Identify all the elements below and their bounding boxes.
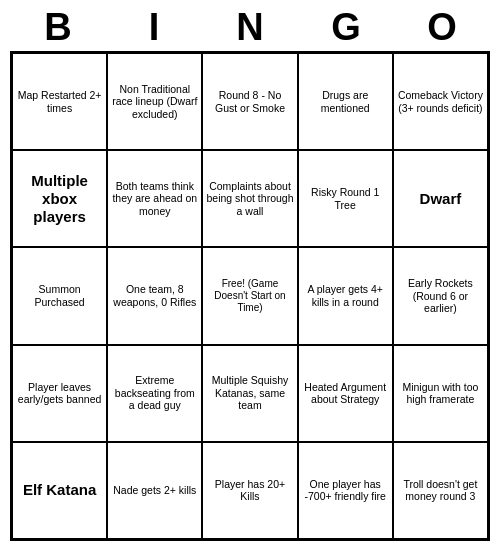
bingo-cell-5[interactable]: Multiple xbox players <box>12 150 107 247</box>
bingo-cell-12[interactable]: Free! (Game Doesn't Start on Time) <box>202 247 297 344</box>
bingo-cell-24[interactable]: Troll doesn't get money round 3 <box>393 442 488 539</box>
bingo-cell-23[interactable]: One player has -700+ friendly fire <box>298 442 393 539</box>
bingo-cell-18[interactable]: Heated Argument about Strategy <box>298 345 393 442</box>
bingo-cell-19[interactable]: Minigun with too high framerate <box>393 345 488 442</box>
bingo-cell-20[interactable]: Elf Katana <box>12 442 107 539</box>
bingo-cell-17[interactable]: Multiple Squishy Katanas, same team <box>202 345 297 442</box>
bingo-grid: Map Restarted 2+ timesNon Traditional ra… <box>10 51 490 541</box>
header-i: I <box>110 6 198 49</box>
header-n: N <box>206 6 294 49</box>
bingo-cell-13[interactable]: A player gets 4+ kills in a round <box>298 247 393 344</box>
bingo-cell-10[interactable]: Summon Purchased <box>12 247 107 344</box>
bingo-header: B I N G O <box>10 0 490 51</box>
bingo-cell-8[interactable]: Risky Round 1 Tree <box>298 150 393 247</box>
bingo-cell-16[interactable]: Extreme backseating from a dead guy <box>107 345 202 442</box>
bingo-cell-11[interactable]: One team, 8 weapons, 0 Rifles <box>107 247 202 344</box>
bingo-cell-22[interactable]: Player has 20+ Kills <box>202 442 297 539</box>
header-b: B <box>14 6 102 49</box>
bingo-cell-2[interactable]: Round 8 - No Gust or Smoke <box>202 53 297 150</box>
bingo-cell-3[interactable]: Drugs are mentioned <box>298 53 393 150</box>
bingo-cell-9[interactable]: Dwarf <box>393 150 488 247</box>
bingo-cell-0[interactable]: Map Restarted 2+ times <box>12 53 107 150</box>
bingo-cell-7[interactable]: Complaints about being shot through a wa… <box>202 150 297 247</box>
bingo-cell-6[interactable]: Both teams think they are ahead on money <box>107 150 202 247</box>
bingo-cell-14[interactable]: Early Rockets (Round 6 or earlier) <box>393 247 488 344</box>
bingo-cell-15[interactable]: Player leaves early/gets banned <box>12 345 107 442</box>
header-g: G <box>302 6 390 49</box>
bingo-cell-1[interactable]: Non Traditional race lineup (Dwarf exclu… <box>107 53 202 150</box>
header-o: O <box>398 6 486 49</box>
bingo-cell-4[interactable]: Comeback Victory (3+ rounds deficit) <box>393 53 488 150</box>
bingo-cell-21[interactable]: Nade gets 2+ kills <box>107 442 202 539</box>
